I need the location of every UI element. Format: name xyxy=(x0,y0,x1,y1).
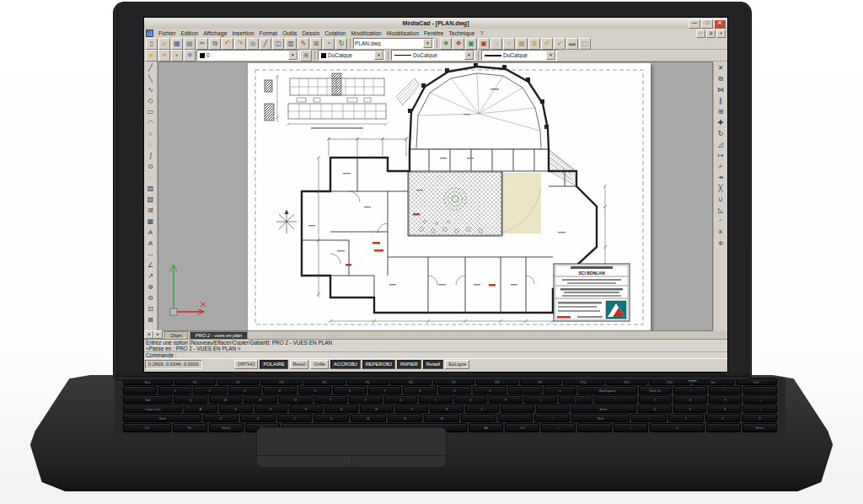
stretch-button[interactable]: ↦ xyxy=(716,151,726,162)
toggle-grille[interactable]: Grille xyxy=(310,360,329,369)
key-key[interactable]: , xyxy=(461,414,496,422)
align-button[interactable]: ≑ xyxy=(716,239,726,249)
line-button[interactable]: ╱ xyxy=(145,63,156,74)
block-edit-button[interactable]: ▣ xyxy=(478,38,490,50)
toggle-polaire[interactable]: POLAIRE xyxy=(260,360,287,369)
key-key[interactable]: → xyxy=(614,423,648,432)
key-key[interactable]: . xyxy=(498,414,533,422)
layer-lock-button[interactable]: ▪ xyxy=(171,50,183,62)
key-0[interactable]: 0 xyxy=(473,386,507,394)
key-j[interactable]: J xyxy=(395,405,429,413)
key-h[interactable]: H xyxy=(360,405,394,413)
key-key[interactable]: + xyxy=(743,405,777,413)
key-numlk[interactable]: Num Lk xyxy=(639,386,673,394)
sketch-button[interactable]: ✓ xyxy=(554,38,566,50)
copy-clip-button[interactable]: ⧉ xyxy=(209,38,221,50)
dim-angular-button[interactable]: ∠ xyxy=(145,260,156,271)
key-s[interactable]: S xyxy=(219,405,253,413)
key-7[interactable]: 7 xyxy=(639,395,673,404)
layer-manager-button[interactable]: ≋ xyxy=(300,50,312,62)
undo-button[interactable]: ↶ xyxy=(222,38,233,50)
key-key[interactable]: * xyxy=(709,386,742,394)
layer-freeze-button[interactable]: ✱ xyxy=(184,50,196,62)
key-d[interactable]: D xyxy=(255,405,288,413)
key-8[interactable]: 8 xyxy=(673,395,707,404)
key-4[interactable]: 4 xyxy=(263,386,297,394)
redo-button[interactable]: ↷ xyxy=(234,38,246,50)
key-b[interactable]: B xyxy=(351,414,386,422)
menu-technique[interactable]: Technique xyxy=(446,30,477,36)
command-window[interactable]: Entrez une option [Nouveau/Effacer/Copie… xyxy=(144,339,727,358)
key-2[interactable]: 2 xyxy=(193,386,227,394)
erase-button[interactable]: ✕ xyxy=(716,63,726,74)
menu-fichier[interactable]: Fichier xyxy=(156,30,178,36)
menu-key[interactable]: ? xyxy=(477,30,485,36)
menu-outils[interactable]: Outils xyxy=(280,30,299,36)
key-1[interactable]: 1 xyxy=(158,386,192,394)
region-button[interactable]: ⊞ xyxy=(145,206,156,217)
circle-button[interactable]: ○ xyxy=(145,129,156,140)
tab-pro2vuesenplan[interactable]: PRO 2 - vues en plan xyxy=(190,331,248,339)
key-key[interactable]: + xyxy=(743,395,777,404)
fillet-button[interactable]: ◜ xyxy=(716,217,726,228)
mirror-button[interactable]: ⋈ xyxy=(716,85,726,96)
rectangle-button[interactable]: ▭ xyxy=(145,107,156,118)
revision-cloud-button[interactable]: ◌ xyxy=(145,140,156,151)
extend-button[interactable]: ↠ xyxy=(716,173,726,184)
touchpad[interactable] xyxy=(256,427,447,468)
construction-line-button[interactable]: ╲ xyxy=(145,74,156,85)
xref-attach-button[interactable]: ❖ xyxy=(440,38,452,50)
block-insert-button[interactable]: ▣ xyxy=(465,38,477,50)
key-m[interactable]: M xyxy=(424,414,459,422)
key-a[interactable]: A xyxy=(184,405,217,413)
toggle-reperobj[interactable]: REPEROBJ xyxy=(362,360,395,369)
key-key[interactable]: ' xyxy=(536,405,570,413)
layers-button[interactable]: ≣ xyxy=(528,38,540,50)
key-7[interactable]: 7 xyxy=(368,386,402,394)
toggle-resol[interactable]: Resol xyxy=(290,360,309,369)
key-n[interactable]: N xyxy=(388,414,423,422)
key-key[interactable]: ↑ xyxy=(631,414,667,422)
key-8[interactable]: 8 xyxy=(403,386,437,394)
key-key[interactable]: [ xyxy=(524,395,558,404)
key-backspace[interactable]: Backspace xyxy=(578,386,637,394)
linetype-combo[interactable]: DuCalque ▾ xyxy=(391,50,475,61)
key-i[interactable]: I xyxy=(419,395,453,404)
key-f[interactable]: F xyxy=(289,405,323,413)
image-attach-button[interactable]: ❖ xyxy=(453,38,464,50)
zoom-window-button[interactable]: ◫ xyxy=(272,38,284,50)
key-fn[interactable]: Fn xyxy=(173,423,207,432)
move-button[interactable]: ✚ xyxy=(716,118,726,129)
mtext-button[interactable]: A xyxy=(145,228,156,239)
array-button[interactable]: ⊞ xyxy=(716,107,726,118)
new-button[interactable]: ▯ xyxy=(146,38,158,50)
key-0[interactable]: 0 xyxy=(650,423,704,432)
palette-button[interactable]: ▢ xyxy=(579,38,591,50)
key-key[interactable]: ↓ xyxy=(577,423,612,432)
arc-button[interactable]: ◠ xyxy=(145,118,156,129)
chamfer-button[interactable]: ◺ xyxy=(716,206,726,217)
key-y[interactable]: Y xyxy=(349,395,383,404)
menu-modification[interactable]: Modification xyxy=(349,30,384,36)
ungroup-button[interactable]: ▫ xyxy=(503,38,515,50)
mdi-minimize-button[interactable]: – xyxy=(696,29,705,38)
key-g[interactable]: G xyxy=(324,405,358,413)
key-o[interactable]: O xyxy=(454,395,488,404)
print-button[interactable]: ▤ xyxy=(184,38,196,50)
paintbrush-button[interactable]: ✐ xyxy=(541,38,553,50)
key-x[interactable]: X xyxy=(240,414,276,422)
leader-button[interactable]: ↗ xyxy=(145,271,156,282)
key-key[interactable]: = xyxy=(544,386,577,394)
key-e[interactable]: E xyxy=(244,395,277,404)
menu-modlisation[interactable]: Modélisation xyxy=(384,30,421,36)
point-button[interactable]: · xyxy=(145,173,156,184)
maximize-button[interactable]: □ xyxy=(701,19,713,29)
text-button[interactable]: A xyxy=(145,239,156,249)
key-k[interactable]: K xyxy=(430,405,464,413)
polygon-button[interactable]: ◇ xyxy=(145,96,156,107)
key-enter[interactable]: Enter xyxy=(571,405,636,413)
key-key[interactable]: / xyxy=(534,414,570,422)
gradient-tool-button[interactable]: ▧ xyxy=(145,195,156,206)
cut-button[interactable]: ✂ xyxy=(196,38,208,50)
key-shift[interactable]: Shift xyxy=(123,414,201,422)
